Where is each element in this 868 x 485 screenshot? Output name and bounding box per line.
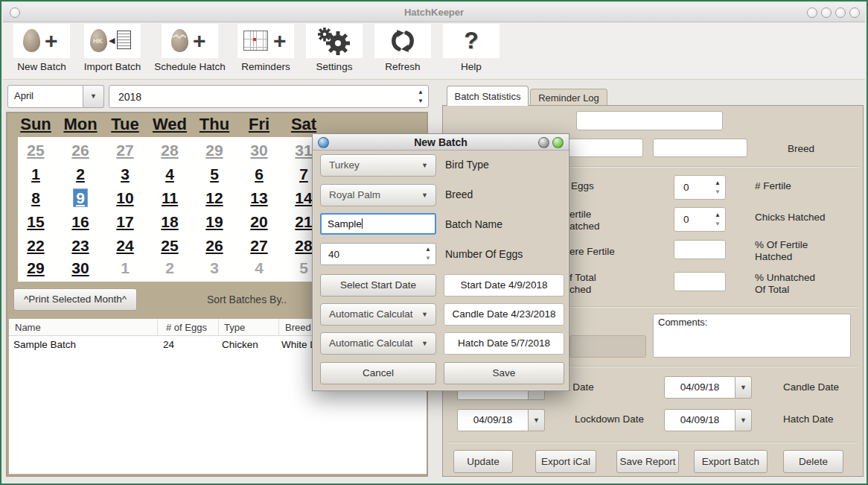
calendar-day[interactable]: 18	[147, 211, 192, 233]
fertile-hatched-label-fragment: ertile atched	[569, 209, 600, 232]
calendar-day[interactable]: 2	[147, 257, 192, 279]
chevron-down-icon[interactable]: ▼	[735, 409, 752, 431]
candle-date-value: 04/09/18	[664, 376, 735, 399]
calendar-day[interactable]: 20	[237, 211, 281, 233]
new-batch-dialog: New Batch Turkey▼ Bird Type Royal Palm▼ …	[312, 133, 569, 391]
reminders-button[interactable]: + Reminders	[230, 24, 301, 72]
hatch-calc-dropdown[interactable]: Automatic Calculat▼	[320, 332, 436, 355]
window-restore-button[interactable]	[835, 7, 846, 18]
spinner-arrows[interactable]: ▲▼	[715, 179, 721, 197]
column-header-breed[interactable]: Breed	[285, 322, 311, 333]
breed-dropdown[interactable]: Royal Palm▼	[320, 184, 436, 206]
column-header-type[interactable]: Type	[224, 322, 245, 333]
calendar-day[interactable]: 28	[147, 139, 192, 162]
calendar-day[interactable]: 3	[192, 257, 237, 279]
dialog-maximize-icon[interactable]	[552, 137, 564, 148]
spinner-arrows[interactable]: ▲▼	[425, 245, 431, 263]
pct-unhatched-field[interactable]	[674, 272, 726, 291]
select-start-date-button[interactable]: Select Start Date	[320, 274, 436, 297]
calendar-day[interactable]: 6	[237, 163, 281, 186]
calendar-day[interactable]: 10	[103, 187, 147, 209]
export-ical-button[interactable]: Export iCal	[535, 450, 596, 473]
dialog-minimize-icon[interactable]	[538, 137, 549, 148]
calendar-day[interactable]: 27	[103, 139, 147, 162]
save-button[interactable]: Save	[444, 362, 564, 384]
column-header-eggs[interactable]: # of Eggs	[166, 322, 207, 333]
calendar-day[interactable]: 25	[13, 139, 58, 162]
import-batch-button[interactable]: HK ◀ Import Batch	[77, 24, 148, 72]
candle-date-combo[interactable]: 04/09/18 ▼	[664, 376, 752, 399]
chevron-down-icon[interactable]: ▼	[735, 376, 752, 399]
chevron-down-icon: ▼	[421, 185, 428, 206]
lockdown-date-combo[interactable]: 04/09/18 ▼	[457, 409, 545, 431]
calendar-day[interactable]: 27	[237, 235, 281, 257]
calendar-day[interactable]: 29	[192, 139, 237, 162]
year-spinner-arrows[interactable]: ▲▼	[418, 88, 424, 106]
breed-field[interactable]	[653, 139, 747, 157]
window-minimize-button[interactable]	[807, 7, 817, 18]
batch-name-field[interactable]	[576, 111, 723, 130]
calendar-day[interactable]: 12	[192, 187, 237, 209]
calendar-day[interactable]: 25	[147, 235, 192, 257]
update-button[interactable]: Update	[453, 450, 513, 473]
settings-button[interactable]: Settings	[299, 24, 370, 72]
sort-batches-label[interactable]: Sort Batches By..	[207, 294, 287, 305]
delete-button[interactable]: Delete	[783, 450, 843, 473]
calendar-day[interactable]: 19	[192, 211, 237, 233]
calendar-day[interactable]: 1	[103, 257, 147, 279]
calendar-day[interactable]: 15	[13, 211, 58, 233]
calendar-day[interactable]: 26	[58, 139, 103, 162]
number-of-eggs-spinner[interactable]: 40 ▲▼	[320, 243, 436, 265]
calendar-day[interactable]: 5	[192, 163, 237, 186]
refresh-button[interactable]: Refresh	[367, 24, 438, 72]
cancel-button[interactable]: Cancel	[320, 362, 436, 384]
calendar-day[interactable]: 17	[103, 211, 147, 233]
bird-type-dropdown[interactable]: Turkey▼	[320, 154, 436, 177]
cell-type: Chicken	[222, 339, 258, 350]
column-header-name[interactable]: Name	[15, 322, 41, 333]
calendar-day[interactable]: 29	[13, 257, 58, 279]
batch-name-input[interactable]: Sample	[320, 213, 436, 235]
tab-reminder-log[interactable]: Reminder Log	[530, 89, 607, 106]
calendar-day[interactable]: 26	[192, 235, 237, 257]
calendar-day[interactable]: 22	[13, 235, 58, 257]
month-select[interactable]: April ▼	[7, 85, 104, 108]
chicks-hatched-spinner[interactable]: 0 ▲▼	[674, 207, 726, 232]
candle-calc-dropdown[interactable]: Automatic Calculat▼	[320, 303, 436, 326]
schedule-hatch-button[interactable]: + Schedule Hatch	[154, 24, 226, 72]
window-close-button[interactable]	[849, 7, 860, 18]
comments-textarea[interactable]: Comments:	[653, 314, 851, 358]
calendar-day[interactable]: 9	[58, 187, 103, 209]
window-maximize-button[interactable]	[821, 7, 832, 18]
calendar-day[interactable]: 16	[58, 211, 103, 233]
fertile-spinner[interactable]: 0 ▲▼	[674, 175, 726, 200]
pct-fertile-hatched-field[interactable]	[674, 240, 726, 259]
calendar-day[interactable]: 30	[237, 139, 281, 162]
chevron-down-icon[interactable]: ▼	[83, 85, 104, 108]
calendar-day[interactable]: 30	[58, 257, 103, 279]
settings-gears-icon	[306, 24, 363, 58]
save-report-button[interactable]: Save Report	[616, 450, 679, 473]
calendar-day[interactable]: 23	[58, 235, 103, 257]
calendar-day[interactable]: 11	[147, 187, 192, 209]
year-spinner[interactable]: 2018 ▲▼	[109, 85, 429, 108]
tab-batch-statistics[interactable]: Batch Statistics	[447, 86, 529, 106]
calendar-day[interactable]: 3	[103, 163, 147, 186]
lockdown-date-label: Lockdown Date	[575, 413, 644, 425]
num-fertile-label: # Fertile	[755, 180, 791, 192]
toolbar: + New Batch HK ◀ Import Batch + Schedule…	[3, 22, 865, 80]
calendar-day[interactable]: 4	[237, 257, 281, 279]
calendar-day[interactable]: 2	[58, 163, 103, 186]
calendar-day[interactable]: 4	[147, 163, 192, 186]
calendar-day[interactable]: 1	[13, 163, 58, 186]
calendar-day[interactable]: 13	[237, 187, 281, 209]
spinner-arrows[interactable]: ▲▼	[715, 211, 721, 229]
export-batch-button[interactable]: Export Batch	[694, 450, 768, 473]
calendar-day[interactable]: 24	[103, 235, 147, 257]
new-batch-button[interactable]: + New Batch	[6, 24, 77, 72]
hatch-date-combo[interactable]: 04/09/18 ▼	[664, 409, 752, 431]
help-button[interactable]: ? Help	[435, 24, 507, 72]
calendar-day[interactable]: 8	[13, 187, 58, 209]
print-selected-month-button[interactable]: ^Print Selected Month^	[13, 288, 137, 311]
chevron-down-icon[interactable]: ▼	[529, 409, 545, 431]
